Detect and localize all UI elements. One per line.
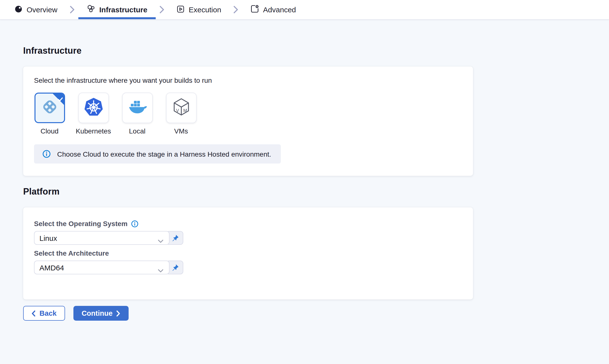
tab-label: Overview <box>27 5 57 14</box>
tab-label: Execution <box>189 5 221 14</box>
infra-option-kubernetes: Kubernetes <box>78 93 109 135</box>
tile-label: Cloud <box>40 127 58 135</box>
chevron-right-icon <box>117 310 120 316</box>
back-button-label: Back <box>39 309 56 317</box>
tile-label: VMs <box>174 127 188 135</box>
pin-icon <box>171 264 179 271</box>
infrastructure-card: Select the infrastructure where you want… <box>23 66 473 176</box>
continue-button-label: Continue <box>82 309 113 317</box>
infrastructure-options: Cloud <box>34 93 462 135</box>
advanced-icon <box>250 4 259 15</box>
kubernetes-icon <box>84 97 103 119</box>
docker-whale-icon <box>127 97 147 119</box>
svg-text:V: V <box>176 108 179 113</box>
tab-execution[interactable]: Execution <box>168 0 230 19</box>
check-icon <box>57 95 63 104</box>
tab-overview[interactable]: Overview <box>6 0 66 19</box>
vm-cube-icon: V M <box>171 97 191 119</box>
tab-label: Advanced <box>263 5 296 14</box>
os-select[interactable]: Linux <box>34 231 169 245</box>
os-info-icon[interactable] <box>131 220 138 227</box>
chevron-right-icon <box>66 0 78 19</box>
os-select-value: Linux <box>39 234 57 242</box>
kubernetes-tile[interactable] <box>78 93 109 123</box>
hosted-info-banner: Choose Cloud to execute the stage in a H… <box>34 144 281 164</box>
chevron-down-icon <box>158 236 164 245</box>
infra-option-vms: V M VMs <box>166 93 197 135</box>
stage-config-page: Overview Infrastructure <box>0 0 609 364</box>
infra-option-cloud: Cloud <box>34 93 65 135</box>
stage-overview-icon <box>14 5 23 15</box>
pin-icon <box>171 234 179 242</box>
vms-tile[interactable]: V M <box>166 93 196 123</box>
arch-select[interactable]: AMD64 <box>34 261 169 274</box>
back-button[interactable]: Back <box>23 306 65 321</box>
stage-stepper-bar: Overview Infrastructure <box>0 0 609 20</box>
info-icon <box>42 150 51 158</box>
wizard-footer: Back Continue <box>23 306 609 340</box>
infrastructure-icon <box>86 4 95 15</box>
platform-card: Select the Operating System Linux <box>23 207 473 299</box>
chevron-left-icon <box>32 310 35 316</box>
stage-config-content: Infrastructure Select the infrastructure… <box>0 20 609 340</box>
platform-section-heading: Platform <box>23 187 609 197</box>
chevron-down-icon <box>158 266 164 275</box>
continue-button[interactable]: Continue <box>73 306 129 321</box>
info-banner-text: Choose Cloud to execute the stage in a H… <box>57 150 271 158</box>
tile-label: Local <box>129 127 146 135</box>
infra-option-local: Local <box>122 93 153 135</box>
cloud-tile[interactable] <box>34 93 65 123</box>
tile-label: Kubernetes <box>76 127 111 135</box>
arch-select-value: AMD64 <box>39 263 64 272</box>
arch-field-label: Select the Architecture <box>34 249 109 257</box>
execution-icon <box>176 5 185 15</box>
infrastructure-prompt: Select the infrastructure where you want… <box>34 76 462 84</box>
infrastructure-section-heading: Infrastructure <box>23 20 609 56</box>
tab-label: Infrastructure <box>99 5 147 14</box>
chevron-right-icon <box>230 0 242 19</box>
chevron-right-icon <box>156 0 168 19</box>
os-field-label: Select the Operating System <box>34 220 128 228</box>
tab-infrastructure[interactable]: Infrastructure <box>78 0 156 19</box>
svg-text:M: M <box>183 108 187 113</box>
local-docker-tile[interactable] <box>122 93 152 123</box>
tab-advanced[interactable]: Advanced <box>242 0 304 19</box>
